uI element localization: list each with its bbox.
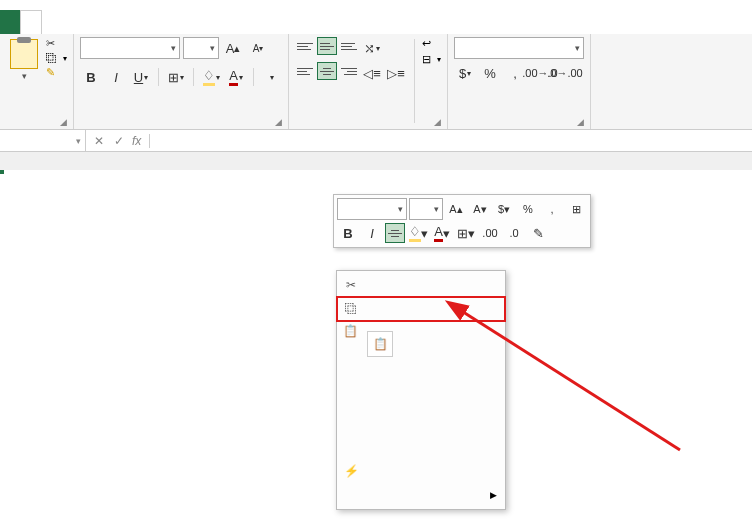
wrap-text-button[interactable]: ↩ — [422, 37, 441, 50]
increase-font-button[interactable]: A▴ — [222, 37, 244, 59]
selection-border — [0, 170, 4, 174]
dialog-launcher-icon[interactable]: ◢ — [577, 117, 584, 127]
mini-italic[interactable]: I — [361, 222, 383, 244]
copy-icon: ⿻ — [343, 302, 359, 316]
mini-align-center[interactable] — [385, 223, 405, 243]
copy-button[interactable]: ⿻▾ — [46, 52, 67, 64]
align-left-button[interactable] — [295, 62, 315, 80]
align-right-button[interactable] — [339, 62, 359, 80]
mini-currency[interactable]: $▾ — [493, 198, 515, 220]
tab-layout[interactable] — [62, 10, 82, 34]
spreadsheet-grid[interactable] — [0, 152, 752, 170]
group-clipboard: ▾ ✂ ⿻▾ ✎ ◢ — [0, 34, 74, 129]
fill-color-button[interactable]: ♢▾ — [200, 66, 222, 88]
font-size-combo[interactable]: ▾ — [183, 37, 219, 59]
ribbon: ▾ ✂ ⿻▾ ✎ ◢ ▾ ▾ A▴ A▾ B I U▾ ⊞▾ — [0, 34, 752, 130]
ctx-quick-analysis[interactable]: ⚡ — [337, 459, 505, 483]
mini-font-combo[interactable]: ▾ — [337, 198, 407, 220]
tab-view[interactable] — [142, 10, 162, 34]
clipboard-icon — [10, 39, 38, 69]
ctx-paste-special[interactable] — [337, 363, 505, 387]
group-number: ▾ $▾ % , .00→.0 .0→.00 ◢ — [448, 34, 591, 129]
ctx-cut[interactable]: ✂ — [337, 273, 505, 297]
decrease-indent-button[interactable]: ◁≡ — [361, 62, 383, 84]
ctx-paste-option-row: 📋 — [337, 327, 505, 363]
orientation-button[interactable]: ⤭▾ — [361, 37, 383, 59]
mini-dec-decimal[interactable]: .0 — [503, 222, 525, 244]
mini-comma[interactable]: , — [541, 198, 563, 220]
merge-center-button[interactable]: ⊟▾ — [422, 53, 441, 66]
currency-button[interactable]: $▾ — [454, 62, 476, 84]
tab-file[interactable] — [0, 10, 20, 34]
tab-data[interactable] — [102, 10, 122, 34]
name-box[interactable]: ▾ — [0, 130, 86, 151]
font-name-combo[interactable]: ▾ — [80, 37, 180, 59]
formula-bar: ▾ ✕ ✓ fx — [0, 130, 752, 152]
scissors-icon: ✂ — [343, 278, 359, 292]
mini-font-color[interactable]: A▾ — [431, 222, 453, 244]
format-painter-button[interactable]: ✎ — [46, 66, 67, 79]
align-center-button[interactable] — [317, 62, 337, 80]
group-font: ▾ ▾ A▴ A▾ B I U▾ ⊞▾ ♢▾ A▾ ▾ ◢ — [74, 34, 289, 129]
paste-default-button[interactable]: 📋 — [367, 331, 393, 357]
italic-button[interactable]: I — [105, 66, 127, 88]
mini-size-combo[interactable]: ▾ — [409, 198, 443, 220]
mini-format-painter[interactable]: ✎ — [527, 222, 549, 244]
align-middle-button[interactable] — [317, 37, 337, 55]
mini-bold[interactable]: B — [337, 222, 359, 244]
number-format-combo[interactable]: ▾ — [454, 37, 584, 59]
ctx-clear[interactable] — [337, 435, 505, 459]
wrap-icon: ↩ — [422, 37, 431, 50]
ctx-delete[interactable] — [337, 411, 505, 435]
align-bottom-button[interactable] — [339, 37, 359, 55]
scissors-icon: ✂ — [46, 37, 55, 50]
mini-border[interactable]: ⊞▾ — [455, 222, 477, 244]
mini-toolbar: ▾ ▾ A▴ A▾ $▾ % , ⊞ B I ♢▾ A▾ ⊞▾ .00 .0 ✎ — [333, 194, 591, 248]
bold-button[interactable]: B — [80, 66, 102, 88]
context-menu: ✂ ⿻ 📋 📋 ⚡ ▶ — [336, 270, 506, 510]
ctx-insert[interactable] — [337, 387, 505, 411]
ctx-filter[interactable]: ▶ — [337, 483, 505, 507]
quick-analysis-icon: ⚡ — [343, 464, 359, 478]
merge-icon: ⊟ — [422, 53, 431, 66]
cancel-formula-button[interactable]: ✕ — [94, 134, 104, 148]
mini-decrease-font[interactable]: A▾ — [469, 198, 491, 220]
ctx-copy[interactable]: ⿻ — [337, 297, 505, 321]
dialog-launcher-icon[interactable]: ◢ — [60, 117, 67, 127]
tab-insert[interactable] — [42, 10, 62, 34]
tab-home[interactable] — [20, 10, 42, 34]
ribbon-tabs — [0, 10, 752, 34]
tab-review[interactable] — [122, 10, 142, 34]
decrease-decimal-button[interactable]: .0→.00 — [554, 62, 576, 84]
border-button[interactable]: ⊞▾ — [165, 66, 187, 88]
cut-button[interactable]: ✂ — [46, 37, 67, 50]
group-alignment: ⤭▾ ◁≡ ▷≡ ↩ ⊟▾ ◢ — [289, 34, 448, 129]
percent-button[interactable]: % — [479, 62, 501, 84]
copy-icon: ⿻ — [46, 52, 57, 64]
dialog-launcher-icon[interactable]: ◢ — [275, 117, 282, 127]
decrease-font-button[interactable]: A▾ — [247, 37, 269, 59]
phonetic-button[interactable]: ▾ — [260, 66, 282, 88]
mini-fill-color[interactable]: ♢▾ — [407, 222, 429, 244]
underline-button[interactable]: U▾ — [130, 66, 152, 88]
fx-icon[interactable]: fx — [132, 134, 150, 148]
font-color-button[interactable]: A▾ — [225, 66, 247, 88]
tab-formulas[interactable] — [82, 10, 102, 34]
dialog-launcher-icon[interactable]: ◢ — [434, 117, 441, 127]
increase-indent-button[interactable]: ▷≡ — [385, 62, 407, 84]
clipboard-icon: 📋 — [373, 337, 388, 351]
mini-styles[interactable]: ⊞ — [565, 198, 587, 220]
mini-inc-decimal[interactable]: .00 — [479, 222, 501, 244]
paste-button[interactable]: ▾ — [6, 37, 42, 81]
title-bar — [0, 0, 752, 10]
align-top-button[interactable] — [295, 37, 315, 55]
mini-percent[interactable]: % — [517, 198, 539, 220]
enter-formula-button[interactable]: ✓ — [114, 134, 124, 148]
mini-increase-font[interactable]: A▴ — [445, 198, 467, 220]
clipboard-icon: 📋 — [343, 324, 358, 338]
brush-icon: ✎ — [46, 66, 55, 79]
